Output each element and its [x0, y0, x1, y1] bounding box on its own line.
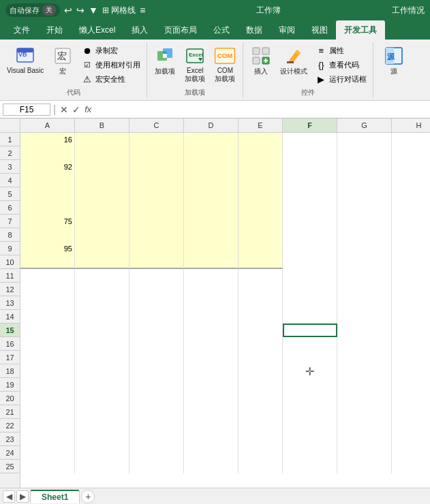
cell-d13[interactable]	[184, 296, 239, 310]
tab-lazy-excel[interactable]: 懒人Excel	[71, 20, 123, 40]
row-header-25[interactable]: 25	[0, 460, 20, 473]
cell-e10[interactable]	[239, 255, 283, 269]
cell-a1[interactable]: 16	[20, 133, 75, 146]
view-code-button[interactable]: {} 查看代码	[313, 58, 369, 72]
cell-a12[interactable]	[20, 283, 75, 296]
row-header-8[interactable]: 8	[0, 228, 20, 242]
addins-button[interactable]: 加载项	[151, 44, 179, 78]
tab-formula[interactable]: 公式	[205, 20, 238, 40]
cell-g3[interactable]	[337, 160, 392, 174]
window-controls[interactable]: 工作情况	[392, 5, 425, 16]
row-header-24[interactable]: 24	[0, 446, 20, 460]
add-sheet-button[interactable]: +	[81, 490, 95, 503]
source-button[interactable]: 源 源	[380, 44, 408, 78]
cell-f12[interactable]	[283, 283, 337, 296]
tab-page-layout[interactable]: 页面布局	[156, 20, 205, 40]
row-header-7[interactable]: 7	[0, 215, 20, 228]
cell-a10[interactable]	[20, 255, 75, 269]
cell-c1[interactable]	[129, 133, 184, 146]
cell-e13[interactable]	[239, 296, 283, 310]
cell-g12[interactable]	[337, 283, 392, 296]
autosave-toggle[interactable]: 自动保存 关	[5, 3, 60, 17]
filter-icon[interactable]: ▼	[89, 5, 98, 16]
cell-c3[interactable]	[129, 160, 184, 174]
cell-d10[interactable]	[184, 255, 239, 269]
cell-c8[interactable]	[129, 228, 184, 242]
row-header-1[interactable]: 1	[0, 133, 20, 146]
row-header-13[interactable]: 13	[0, 296, 20, 310]
cell-g13[interactable]	[337, 296, 392, 310]
cell-h10[interactable]	[392, 255, 430, 269]
cell-h11[interactable]	[392, 269, 430, 283]
cell-a5[interactable]	[20, 187, 75, 201]
undo-icon[interactable]: ↩	[64, 5, 72, 16]
cell-g15[interactable]	[337, 324, 392, 337]
cell-d15[interactable]	[184, 324, 239, 337]
cell-c5[interactable]	[129, 187, 184, 201]
function-button[interactable]: fx	[83, 104, 93, 114]
cell-d5[interactable]	[184, 187, 239, 201]
cell-c14[interactable]	[129, 310, 184, 324]
cell-f5[interactable]	[283, 187, 337, 201]
row-header-20[interactable]: 20	[0, 392, 20, 405]
cell-d3[interactable]	[184, 160, 239, 174]
col-header-e[interactable]: E	[239, 119, 283, 132]
tab-home[interactable]: 开始	[38, 20, 71, 40]
cell-f4[interactable]	[283, 174, 337, 187]
tab-developer[interactable]: 开发工具	[336, 20, 385, 40]
row-header-21[interactable]: 21	[0, 405, 20, 419]
cell-c13[interactable]	[129, 296, 184, 310]
insert-button[interactable]: 插入	[247, 44, 275, 78]
formula-input[interactable]	[95, 105, 427, 114]
cell-g6[interactable]	[337, 201, 392, 215]
cell-a14[interactable]	[20, 310, 75, 324]
cell-b10[interactable]	[75, 255, 129, 269]
cell-a11[interactable]	[20, 269, 75, 283]
properties-button[interactable]: ≡ 属性	[313, 44, 369, 57]
sheet-nav-left[interactable]: ◀	[3, 490, 15, 503]
cell-h14[interactable]	[392, 310, 430, 324]
cell-f1[interactable]	[283, 133, 337, 146]
cell-d7[interactable]	[184, 215, 239, 228]
row-header-15[interactable]: 15	[0, 324, 20, 337]
cell-a6[interactable]	[20, 201, 75, 215]
cell-e7[interactable]	[239, 215, 283, 228]
cell-f7[interactable]	[283, 215, 337, 228]
cell-b12[interactable]	[75, 283, 129, 296]
cell-h15[interactable]	[392, 324, 430, 337]
cell-f14[interactable]	[283, 310, 337, 324]
cell-d8[interactable]	[184, 228, 239, 242]
cell-c4[interactable]	[129, 174, 184, 187]
cell-g7[interactable]	[337, 215, 392, 228]
visual-basic-button[interactable]: VB Visual Basic	[4, 44, 46, 76]
cell-f10[interactable]	[283, 255, 337, 269]
cell-c6[interactable]	[129, 201, 184, 215]
cell-b13[interactable]	[75, 296, 129, 310]
row-header-3[interactable]: 3	[0, 160, 20, 174]
row-header-11[interactable]: 11	[0, 269, 20, 283]
cell-h6[interactable]	[392, 201, 430, 215]
cancel-formula-button[interactable]: ✕	[59, 104, 70, 115]
cell-g10[interactable]	[337, 255, 392, 269]
cell-c11[interactable]	[129, 269, 184, 283]
row-header-14[interactable]: 14	[0, 310, 20, 324]
record-macro-button[interactable]: ⏺ 录制宏	[79, 44, 142, 57]
row-header-5[interactable]: 5	[0, 187, 20, 201]
col-header-d[interactable]: D	[184, 119, 239, 132]
run-dialog-button[interactable]: ▶ 运行对话框	[313, 72, 369, 86]
cell-a13[interactable]	[20, 296, 75, 310]
cell-h12[interactable]	[392, 283, 430, 296]
macro-security-button[interactable]: ⚠ 宏安全性	[79, 72, 142, 86]
cell-c2[interactable]	[129, 146, 184, 160]
cell-b4[interactable]	[75, 174, 129, 187]
row-header-12[interactable]: 12	[0, 283, 20, 296]
com-addins-button[interactable]: COM COM加载项	[211, 44, 239, 84]
cell-e9[interactable]	[239, 242, 283, 255]
tab-file[interactable]: 文件	[5, 20, 38, 40]
cell-e3[interactable]	[239, 160, 283, 174]
tab-review[interactable]: 审阅	[271, 20, 303, 40]
cell-f15[interactable]	[283, 324, 337, 337]
cell-d2[interactable]	[184, 146, 239, 160]
cell-h9[interactable]	[392, 242, 430, 255]
cell-f11[interactable]	[283, 269, 337, 283]
